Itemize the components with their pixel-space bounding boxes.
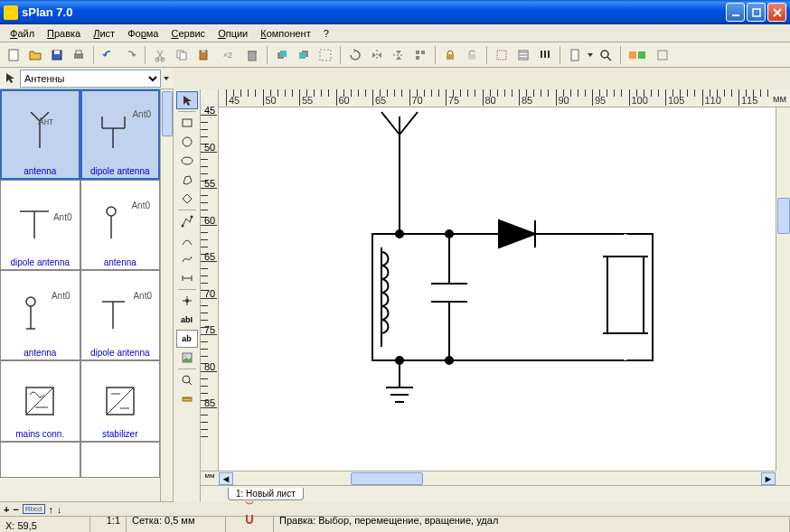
- save-button[interactable]: [47, 45, 67, 65]
- app-title: sPlan 7.0: [22, 5, 726, 19]
- menu-sheet[interactable]: Лист: [87, 26, 121, 41]
- page-button[interactable]: [565, 45, 585, 65]
- redo-button[interactable]: [120, 45, 140, 65]
- dup-button[interactable]: ×2: [215, 45, 240, 65]
- drawing-canvas[interactable]: [219, 107, 776, 471]
- lib-item-dipole-2[interactable]: Ant0 dipole antenna: [0, 180, 80, 270]
- sheet-tab-1[interactable]: 1: Новый лист: [228, 488, 304, 500]
- undo-button[interactable]: [99, 45, 118, 65]
- magnet-toggle[interactable]: [240, 511, 259, 526]
- group-button[interactable]: [315, 45, 335, 65]
- svg-rect-1: [753, 9, 760, 16]
- lib-up-button[interactable]: ↑: [49, 504, 54, 515]
- lib-item-9[interactable]: [80, 442, 161, 478]
- component-selector-bar: Антенны: [0, 68, 174, 89]
- cut-button[interactable]: [150, 45, 170, 65]
- zoom-tool[interactable]: [176, 371, 198, 389]
- lib-item-antenna-0[interactable]: Ант antenna: [0, 89, 80, 180]
- textbox-tool[interactable]: ab: [176, 330, 198, 348]
- lib-item-dipole-1[interactable]: Ant0 dipole antenna: [80, 89, 161, 180]
- extra-button[interactable]: [653, 45, 672, 65]
- maximize-button[interactable]: [747, 3, 766, 22]
- ellipse-tool[interactable]: [176, 152, 198, 170]
- front-button[interactable]: [272, 45, 292, 65]
- library-nav: + − Rbcd ↑ ↓: [0, 501, 174, 516]
- special-tool[interactable]: [176, 190, 198, 208]
- menu-options[interactable]: Опции: [212, 26, 254, 41]
- list-button[interactable]: [513, 45, 533, 65]
- svg-rect-46: [607, 257, 644, 333]
- zoom-button[interactable]: [596, 45, 616, 65]
- lib-add-button[interactable]: +: [4, 504, 9, 515]
- menu-file[interactable]: Файл: [4, 26, 41, 41]
- minimize-button[interactable]: [726, 3, 745, 22]
- dropdown-arrow-icon[interactable]: [587, 48, 594, 62]
- snap-button[interactable]: [492, 45, 512, 65]
- rect-tool[interactable]: [176, 114, 198, 132]
- back-button[interactable]: [294, 45, 314, 65]
- library-dropdown[interactable]: Антенны: [20, 70, 161, 88]
- bezier-tool[interactable]: [176, 250, 198, 268]
- lib-item-antenna-4[interactable]: Ant0 antenna: [0, 270, 80, 360]
- curve-tool[interactable]: [176, 231, 198, 249]
- canvas-scroll-horizontal[interactable]: ◄ ►: [219, 471, 776, 485]
- mirror-v-button[interactable]: [389, 45, 409, 65]
- svg-point-44: [183, 376, 190, 383]
- lib-item-8[interactable]: [0, 442, 80, 478]
- lib-item-stabilizer-7[interactable]: stabilizer: [80, 360, 161, 442]
- select-tool[interactable]: [176, 91, 198, 109]
- align-button[interactable]: [410, 45, 430, 65]
- svg-rect-0: [732, 14, 739, 16]
- ruler-vertical: 455055606570758085: [201, 107, 219, 471]
- menu-edit[interactable]: Правка: [41, 26, 87, 41]
- color-button[interactable]: [625, 45, 651, 65]
- svg-rect-4: [54, 51, 60, 54]
- svg-rect-23: [447, 54, 454, 60]
- measure-tool[interactable]: [176, 390, 198, 408]
- image-tool[interactable]: [176, 349, 198, 367]
- schematic-drawing: [219, 107, 776, 471]
- new-button[interactable]: [4, 45, 24, 65]
- lib-down-button[interactable]: ↓: [57, 504, 62, 515]
- rotate-button[interactable]: [345, 45, 365, 65]
- lib-item-mains-6[interactable]: mains conn.: [0, 360, 80, 442]
- menu-form[interactable]: Форма: [121, 26, 165, 41]
- find-button[interactable]: [535, 45, 555, 65]
- pointer-icon: [4, 71, 18, 86]
- lock-button[interactable]: [440, 45, 460, 65]
- unlock-button[interactable]: [462, 45, 482, 65]
- svg-rect-6: [76, 51, 81, 54]
- svg-point-38: [182, 157, 193, 164]
- dim-tool[interactable]: [176, 269, 198, 287]
- svg-point-32: [107, 207, 116, 216]
- svg-rect-22: [416, 56, 419, 60]
- poly-tool[interactable]: [176, 171, 198, 189]
- library-scrollbar[interactable]: [160, 89, 173, 501]
- delete-button[interactable]: [242, 45, 262, 65]
- canvas-scroll-vertical[interactable]: [776, 107, 790, 471]
- print-button[interactable]: [69, 45, 89, 65]
- lib-abcd-button[interactable]: Rbcd: [23, 504, 45, 514]
- node-tool[interactable]: [176, 292, 198, 310]
- paste-button[interactable]: [193, 45, 213, 65]
- text-tool[interactable]: abI: [176, 311, 198, 329]
- lib-remove-button[interactable]: −: [13, 504, 18, 515]
- line-tool[interactable]: [176, 212, 198, 230]
- svg-rect-10: [180, 52, 186, 60]
- copy-button[interactable]: [172, 45, 192, 65]
- main-toolbar: ×2: [0, 42, 790, 68]
- scroll-right-button[interactable]: ►: [761, 472, 776, 485]
- close-button[interactable]: [767, 3, 786, 22]
- menu-help[interactable]: ?: [317, 26, 335, 41]
- menu-component[interactable]: Компонент: [254, 26, 316, 41]
- menu-service[interactable]: Сервис: [165, 26, 212, 41]
- tool-palette: abI ab: [174, 89, 201, 501]
- lib-item-antenna-3[interactable]: Ant0 antenna: [80, 180, 161, 270]
- circle-tool[interactable]: [176, 133, 198, 151]
- lib-item-dipole-5[interactable]: Ant0 dipole antenna: [80, 270, 161, 360]
- open-button[interactable]: [25, 45, 45, 65]
- status-grid: Сетка: 0,5 мм: [132, 515, 220, 526]
- chevron-down-icon[interactable]: [163, 71, 170, 86]
- mirror-h-button[interactable]: [367, 45, 387, 65]
- scroll-left-button[interactable]: ◄: [219, 472, 233, 485]
